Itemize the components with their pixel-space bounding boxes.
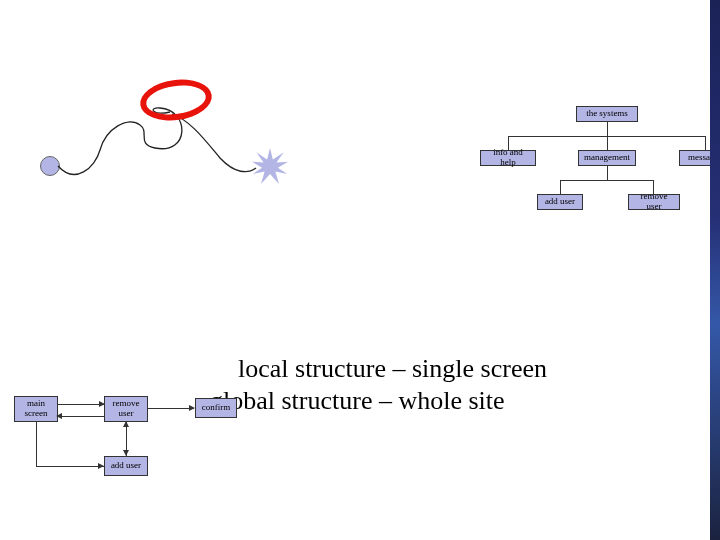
arrow-up-icon	[123, 421, 129, 427]
arrow-down-icon	[123, 450, 129, 456]
tree-management: management	[578, 150, 636, 166]
headline-local: local structure – single screen	[238, 354, 547, 384]
slide-edge-decoration	[710, 0, 720, 540]
headline-global: global structure – whole site	[210, 386, 505, 416]
flow-confirm: confirm	[195, 398, 237, 418]
arrow-left-icon	[56, 413, 62, 419]
tree-add-user: add user	[537, 194, 583, 210]
flow-remove-user: remove user	[104, 396, 148, 422]
tree-root: the systems	[576, 106, 638, 122]
arrow-icon	[58, 404, 104, 405]
arrow-icon	[148, 408, 194, 409]
tree-remove-user: remove user	[628, 194, 680, 210]
flow-main-screen: main screen	[14, 396, 58, 422]
tree-info-help: info and help	[480, 150, 536, 166]
arrow-right-icon	[98, 463, 104, 469]
journey-sketch	[40, 70, 300, 200]
flow-add-user: add user	[104, 456, 148, 476]
